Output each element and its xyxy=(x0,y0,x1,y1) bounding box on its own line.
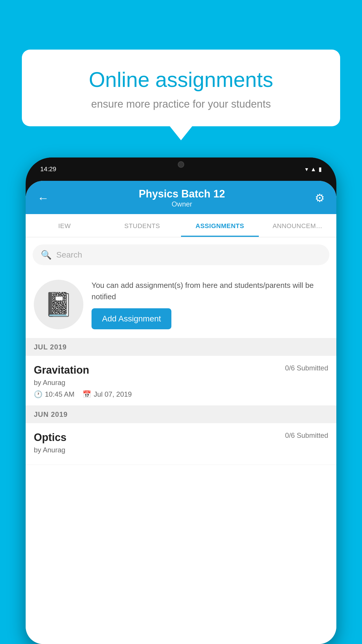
section-label-jun: JUN 2019 xyxy=(34,410,68,418)
settings-icon[interactable]: ⚙ xyxy=(315,192,325,204)
promo-text: You can add assignment(s) from here and … xyxy=(92,280,328,329)
meta-date: 📅 Jul 07, 2019 xyxy=(82,390,132,398)
wifi-icon: ▾ xyxy=(305,166,308,173)
phone-notch xyxy=(164,158,198,172)
assignment-submitted: 0/6 Submitted xyxy=(285,431,328,440)
assignment-date: Jul 07, 2019 xyxy=(94,390,132,398)
header-center: Physics Batch 12 Owner xyxy=(139,188,225,208)
notebook-icon: 📓 xyxy=(44,291,73,318)
header-title: Physics Batch 12 xyxy=(139,188,225,200)
assignment-row-top: Optics 0/6 Submitted xyxy=(34,431,328,444)
status-icons: ▾ ▲ ▮ xyxy=(305,166,322,173)
battery-icon: ▮ xyxy=(319,166,322,173)
tab-students[interactable]: STUDENTS xyxy=(103,214,181,237)
promo-description: You can add assignment(s) from here and … xyxy=(92,280,328,302)
assignment-author: by Anurag xyxy=(34,446,328,454)
search-icon: 🔍 xyxy=(41,250,52,260)
promo-section: 📓 You can add assignment(s) from here an… xyxy=(26,271,336,338)
calendar-icon: 📅 xyxy=(82,390,91,398)
add-assignment-button[interactable]: Add Assignment xyxy=(92,308,171,329)
assignment-name: Optics xyxy=(34,431,66,444)
content-area: 🔍 Search 📓 You can add assignment(s) fro… xyxy=(26,237,336,644)
status-time: 14:29 xyxy=(40,165,56,173)
clock-icon: 🕐 xyxy=(34,390,43,398)
promo-icon-circle: 📓 xyxy=(34,280,83,329)
assignment-meta: 🕐 10:45 AM 📅 Jul 07, 2019 xyxy=(34,390,328,398)
signal-icon: ▲ xyxy=(310,166,316,173)
section-header-jul: JUL 2019 xyxy=(26,338,336,356)
back-button[interactable]: ← xyxy=(37,192,49,205)
list-item[interactable]: Gravitation 0/6 Submitted by Anurag 🕐 10… xyxy=(26,356,336,406)
bubble-title: Online assignments xyxy=(42,67,320,92)
search-placeholder: Search xyxy=(56,250,82,260)
phone-status-bar: 14:29 ▾ ▲ ▮ xyxy=(26,158,336,181)
assignment-row-top: Gravitation 0/6 Submitted xyxy=(34,364,328,376)
tab-assignments[interactable]: ASSIGNMENTS xyxy=(181,214,259,237)
app-header: ← Physics Batch 12 Owner ⚙ xyxy=(26,181,336,214)
list-item[interactable]: Optics 0/6 Submitted by Anurag xyxy=(26,423,336,465)
tab-iew[interactable]: IEW xyxy=(26,214,103,237)
app-screen: ← Physics Batch 12 Owner ⚙ IEW STUDENTS … xyxy=(26,181,336,644)
section-label-jul: JUL 2019 xyxy=(34,343,67,351)
tab-announcements[interactable]: ANNOUNCEM… xyxy=(259,214,337,237)
phone-frame: 14:29 ▾ ▲ ▮ ← Physics Batch 12 Owner ⚙ I… xyxy=(26,158,336,644)
bubble-subtitle: ensure more practice for your students xyxy=(42,98,320,110)
section-header-jun: JUN 2019 xyxy=(26,406,336,423)
tabs-bar: IEW STUDENTS ASSIGNMENTS ANNOUNCEM… xyxy=(26,214,336,237)
assignment-author: by Anurag xyxy=(34,379,328,387)
phone-camera xyxy=(178,161,184,168)
search-bar[interactable]: 🔍 Search xyxy=(33,244,329,265)
speech-bubble: Online assignments ensure more practice … xyxy=(22,50,340,126)
assignment-submitted: 0/6 Submitted xyxy=(285,364,328,372)
meta-time: 🕐 10:45 AM xyxy=(34,390,74,398)
assignment-name: Gravitation xyxy=(34,364,89,376)
assignment-time: 10:45 AM xyxy=(45,390,74,398)
header-subtitle: Owner xyxy=(139,200,225,208)
